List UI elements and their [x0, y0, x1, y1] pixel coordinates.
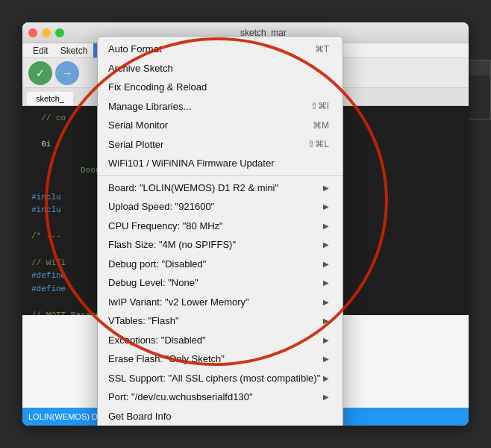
menu-vtables[interactable]: VTables: "Flash" ▶ — [98, 311, 343, 331]
verify-icon: ✓ — [36, 67, 45, 79]
menu-serial-plotter-label: Serial Plotter — [108, 137, 163, 152]
menu-flash-size-arrow: ▶ — [323, 239, 329, 250]
menu-port-arrow: ▶ — [323, 391, 329, 402]
menu-upload-speed[interactable]: Upload Speed: "921600" ▶ — [98, 197, 343, 217]
menu-exceptions-arrow: ▶ — [323, 335, 329, 346]
menu-debug-port-arrow: ▶ — [323, 258, 329, 270]
upload-icon: → — [62, 67, 72, 79]
menu-serial-plotter-shortcut: ⇧⌘L — [307, 137, 329, 151]
menu-ssl-support[interactable]: SSL Support: "All SSL ciphers (most comp… — [98, 369, 343, 388]
arduino-window: sketch_mar Edit Sketch Tools Help ✓ → sk… — [22, 22, 469, 426]
menu-cpu-frequency[interactable]: CPU Frequency: "80 MHz" ▶ — [98, 217, 343, 236]
menu-item-sketch[interactable]: Sketch — [54, 43, 94, 57]
menu-cpu-frequency-arrow: ▶ — [323, 220, 329, 231]
menu-port[interactable]: Port: "/dev/cu.wchusbserialfd130" ▶ — [98, 388, 343, 407]
active-tab[interactable]: sketch_ — [27, 92, 73, 105]
menu-board-label: Board: "LOLIN(WEMOS) D1 R2 & mini" — [108, 181, 278, 196]
menu-manage-libraries-label: Manage Libraries... — [108, 99, 191, 114]
menu-debug-level-label: Debug Level: "None" — [108, 276, 198, 290]
menu-fix-encoding[interactable]: Fix Encoding & Reload — [98, 78, 343, 97]
menu-vtables-arrow: ▶ — [323, 315, 329, 326]
menu-auto-format-shortcut: ⌘T — [315, 43, 329, 56]
menu-auto-format-label: Auto Format — [108, 42, 162, 57]
menu-erase-flash-label: Erase Flash: "Only Sketch" — [108, 352, 225, 367]
verify-button[interactable]: ✓ — [28, 61, 52, 85]
menu-port-label: Port: "/dev/cu.wchusbserialfd130" — [108, 390, 253, 405]
menu-erase-flash-arrow: ▶ — [323, 353, 329, 364]
menu-debug-level-arrow: ▶ — [323, 277, 329, 288]
menu-ssl-support-label: SSL Support: "All SSL ciphers (most comp… — [108, 371, 320, 386]
menu-ssl-support-arrow: ▶ — [323, 373, 329, 384]
menu-manage-libraries[interactable]: Manage Libraries... ⇧⌘I — [98, 97, 343, 116]
menu-debug-port-label: Debug port: "Disabled" — [108, 257, 206, 272]
menu-debug-port[interactable]: Debug port: "Disabled" ▶ — [98, 255, 343, 274]
upload-button[interactable]: → — [55, 61, 79, 85]
menu-upload-speed-arrow: ▶ — [323, 201, 329, 212]
menu-upload-speed-label: Upload Speed: "921600" — [108, 199, 214, 214]
tools-dropdown-menu: Auto Format ⌘T Archive Sketch Fix Encodi… — [97, 36, 343, 426]
menu-flash-size[interactable]: Flash Size: "4M (no SPIFFS)" ▶ — [98, 235, 343, 255]
menu-wifi-firmware[interactable]: WiFi101 / WiFiNINA Firmware Updater — [98, 154, 343, 173]
menu-board[interactable]: Board: "LOLIN(WEMOS) D1 R2 & mini" ▶ — [98, 178, 343, 198]
menu-lwip-variant-arrow: ▶ — [323, 296, 329, 308]
menu-serial-monitor[interactable]: Serial Monitor ⌘M — [98, 116, 343, 135]
menu-lwip-variant-label: IwIP Variant: "v2 Lower Memory" — [108, 295, 249, 310]
menu-item-edit[interactable]: Edit — [27, 43, 54, 57]
menu-manage-libraries-shortcut: ⇧⌘I — [310, 99, 329, 113]
menu-debug-level[interactable]: Debug Level: "None" ▶ — [98, 273, 343, 293]
menu-flash-size-label: Flash Size: "4M (no SPIFFS)" — [108, 237, 236, 252]
maximize-button[interactable] — [55, 28, 64, 37]
minimize-button[interactable] — [42, 28, 51, 37]
menu-exceptions-label: Exceptions: "Disabled" — [108, 333, 206, 348]
menu-get-board-info[interactable]: Get Board Info — [98, 407, 343, 426]
menu-fix-encoding-label: Fix Encoding & Reload — [108, 80, 207, 95]
menu-vtables-label: VTables: "Flash" — [108, 314, 179, 329]
window-controls — [28, 28, 64, 37]
menu-wifi-firmware-label: WiFi101 / WiFiNINA Firmware Updater — [108, 156, 274, 171]
menu-cpu-frequency-label: CPU Frequency: "80 MHz" — [108, 219, 223, 234]
menu-exceptions[interactable]: Exceptions: "Disabled" ▶ — [98, 331, 343, 350]
menu-archive-sketch[interactable]: Archive Sketch — [98, 59, 343, 78]
menu-auto-format[interactable]: Auto Format ⌘T — [98, 40, 343, 59]
menu-serial-plotter[interactable]: Serial Plotter ⇧⌘L — [98, 135, 343, 155]
menu-divider-1 — [98, 175, 343, 176]
menu-erase-flash[interactable]: Erase Flash: "Only Sketch" ▶ — [98, 349, 343, 369]
menu-get-board-info-label: Get Board Info — [108, 409, 172, 424]
menu-lwip-variant[interactable]: IwIP Variant: "v2 Lower Memory" ▶ — [98, 293, 343, 312]
menu-serial-monitor-label: Serial Monitor — [108, 118, 168, 133]
close-button[interactable] — [28, 28, 37, 37]
menu-archive-sketch-label: Archive Sketch — [108, 61, 173, 76]
menu-board-arrow: ▶ — [323, 182, 329, 193]
menu-serial-monitor-shortcut: ⌘M — [313, 119, 329, 132]
